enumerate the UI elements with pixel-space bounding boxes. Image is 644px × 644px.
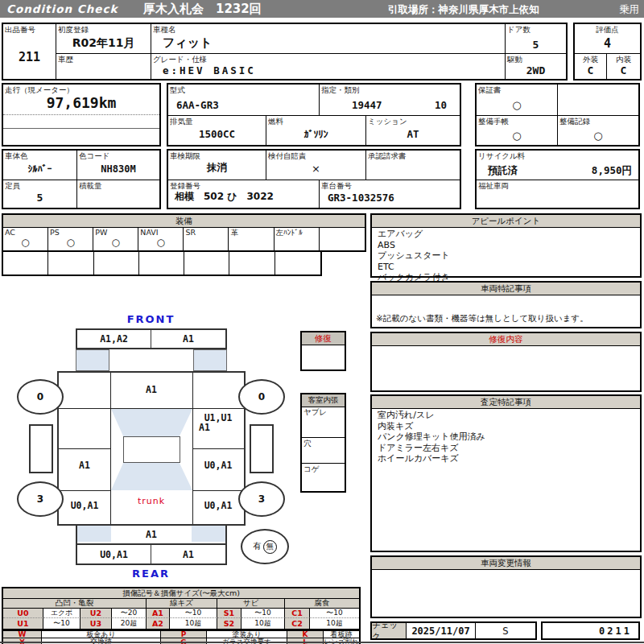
- hood-damage: A1: [110, 384, 192, 395]
- right-quarter-damage: U0,A1: [192, 500, 244, 511]
- headlight-right: [193, 349, 227, 371]
- rear-left-tire: 3: [17, 481, 64, 517]
- score-label: 評価点: [575, 25, 640, 35]
- recycle-fee-label: リサイクル料: [478, 151, 525, 162]
- bottom-rule: [0, 642, 644, 643]
- model-code-label: 型式: [170, 85, 185, 96]
- warranty-cell: 保証書 ○: [477, 85, 558, 116]
- brand-title: Condition Check: [6, 2, 118, 15]
- legend-code: K: [287, 631, 324, 638]
- fuel-label: 燃料: [268, 117, 283, 127]
- legend-code: S1: [217, 609, 242, 618]
- legend-code: C1: [285, 609, 310, 618]
- roof: [123, 436, 180, 463]
- equipment-mark: ○: [66, 237, 74, 248]
- appeal-points-title: アピールポイント: [372, 215, 640, 228]
- legend-code: A1: [147, 609, 170, 618]
- windshield: [111, 409, 192, 436]
- vehicle-notes-section: 車両特記事項 ※記載のない書類・機器等は無しとして取り扱います。: [370, 281, 642, 328]
- transmission-label: ミッション: [368, 117, 407, 127]
- displacement-label: 排気量: [170, 117, 193, 127]
- front-right-tire: 0: [238, 379, 285, 415]
- model-name-label: 車種名: [153, 25, 176, 35]
- equipment-title: 装備: [3, 215, 365, 228]
- equipment-label: AC: [5, 228, 15, 237]
- insurance-value: ×: [266, 163, 365, 175]
- legend-group-rust: サビ: [217, 599, 285, 609]
- welfare-vehicle-cell: 福祉車両: [477, 180, 638, 208]
- legend-desc: 10超: [310, 618, 359, 629]
- equipment-row: AC○ PS○ PW○ NAVI○ SR 革 左ﾊﾝﾄﾞﾙ: [3, 227, 365, 250]
- equipment-label: 革: [230, 228, 238, 238]
- right-mirror: [250, 424, 274, 473]
- interior-grade-value: C: [607, 64, 640, 76]
- body-line: [59, 448, 110, 449]
- inspection-expiry-value: 抹消: [168, 161, 266, 175]
- assessment-notes-title: 査定特記事項: [372, 396, 640, 409]
- score-cell: 評価点 4: [575, 24, 640, 54]
- maintenance-book-value: ○: [477, 130, 557, 142]
- cabin-interior-title: 客室内張: [302, 394, 345, 407]
- damage-legend-title: 損傷記号＆損傷サイズ(〜最大cm): [3, 588, 359, 599]
- cabin-row-burn: コゲ: [302, 464, 345, 491]
- assessment-item: ドアミラー左右キズ: [378, 443, 485, 454]
- recycle-status: 預託済: [488, 164, 518, 178]
- drive-cell: 駆動 2WD: [506, 54, 566, 79]
- repair-content-section: 修復内容: [370, 332, 642, 392]
- body-line: [192, 490, 244, 491]
- body-line: [192, 448, 244, 449]
- equipment-mark: ○: [111, 237, 119, 248]
- approval-request-cell: 承認請求書: [366, 151, 460, 180]
- assessment-item: 室内汚れ/スレ: [378, 410, 485, 421]
- equipment-label: NAVI: [140, 228, 158, 237]
- chassis-number-value: GR3-1032576: [320, 192, 460, 204]
- body-color-cell: 車体色 ｼﾙﾊﾞｰ: [3, 151, 77, 180]
- appeal-item: プッシュスタート: [378, 250, 450, 262]
- left-quarter-damage: U0,A1: [59, 500, 110, 511]
- maintenance-book-cell: 整備手帳 ○: [477, 116, 558, 145]
- first-registration-cell: 初度登録 R02年11月: [56, 24, 151, 54]
- score-box: 評価点 4 外装 C 内装 C: [573, 23, 642, 80]
- sheet-number-box: 0211: [541, 621, 640, 640]
- legend-desc: エクボ: [43, 609, 80, 618]
- legend-desc: 塗装あり: [207, 631, 287, 638]
- cabin-interior-box: 客室内張 ヤブレ 穴 コゲ: [300, 393, 346, 493]
- recycle-fee-cell: リサイクル料 預託済 8,950円: [477, 151, 638, 180]
- front-left-tire: 0: [17, 379, 64, 415]
- right-front-door-damage: U1,U1 A1: [192, 413, 244, 432]
- equipment-mark: ○: [157, 237, 165, 248]
- displacement-value: 1500CC: [168, 128, 266, 140]
- cabin-row-label: ヤブレ: [303, 407, 327, 418]
- legend-desc: 10超: [242, 618, 285, 629]
- model-name-value: フィット: [151, 35, 505, 51]
- rear-bumper-left-damage: U0,A1: [77, 545, 151, 564]
- legend-code: U0: [3, 609, 43, 618]
- legend-desc: 〜20: [112, 609, 147, 618]
- recycle-amount: 8,950円: [592, 164, 632, 178]
- front-bumper: A1,A2 A1: [76, 328, 227, 349]
- damage-legend-row1: U0 エクボ U2 〜20 A1 〜10 S1 〜10 C1 〜10: [3, 609, 359, 618]
- welfare-vehicle-label: 福祉車両: [478, 181, 509, 192]
- equipment-cell-ps: PS○: [48, 227, 93, 250]
- chassis-number-cell: 車台番号 GR3-1032576: [320, 180, 460, 208]
- mileage-value: 97,619km: [3, 94, 159, 111]
- insurance-cell: 検付自賠責 ×: [266, 151, 366, 180]
- legend-desc: 10超: [170, 618, 217, 629]
- equipment-cell-sr: SR: [184, 227, 229, 250]
- designation-label: 指定・類別: [321, 85, 360, 96]
- designation-value-2: 10: [435, 99, 447, 111]
- chassis-number-label: 車台番号: [321, 181, 352, 192]
- history-cell: 車歴: [56, 54, 151, 79]
- model-code-cell: 型式 6AA-GR3: [168, 85, 320, 116]
- equipment-empty-cell: [139, 252, 184, 275]
- displacement-cell: 排気量 1500CC: [168, 116, 266, 145]
- warranty-label: 保証書: [478, 85, 502, 96]
- registration-number-value: 相模 502 ひ 3022: [168, 190, 319, 204]
- exterior-grade-value: C: [575, 64, 606, 76]
- equipment-empty-cell: [275, 252, 320, 275]
- check-inspector-cell: S: [476, 623, 535, 638]
- body-color-label: 車体色: [5, 151, 28, 162]
- engine-info-box: 型式 6AA-GR3 指定・類別 19447 10 排気量 1500CC 燃料 …: [167, 83, 461, 147]
- approval-request-label: 承認請求書: [368, 151, 407, 162]
- maintenance-record-cell: 整備記録 ○: [558, 116, 638, 145]
